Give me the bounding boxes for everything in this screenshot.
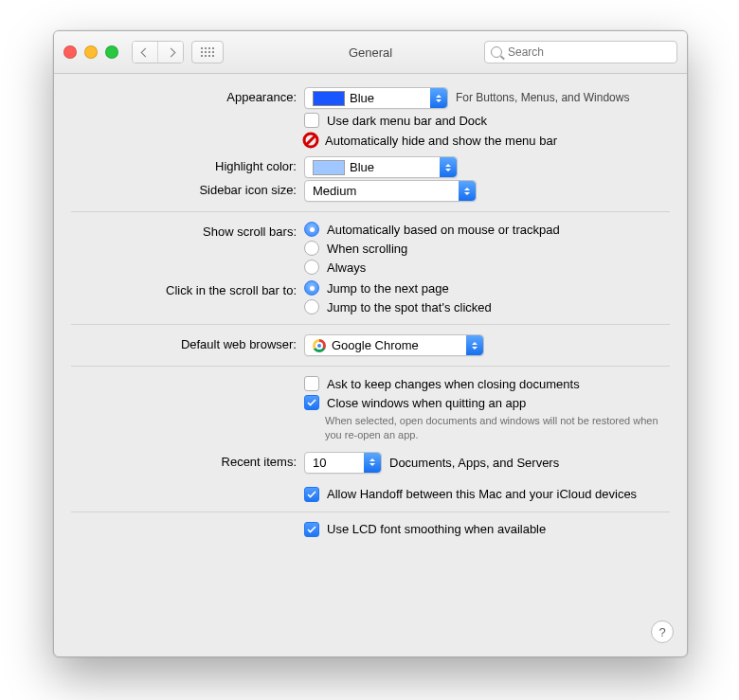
scrollclick-spot-label: Jump to the spot that's clicked [327, 300, 492, 314]
chevron-right-icon [166, 47, 175, 57]
scrollbars-auto-row[interactable]: Automatically based on mouse or trackpad [304, 222, 670, 237]
forward-button[interactable] [158, 42, 183, 63]
divider [71, 324, 670, 325]
svg-line-1 [306, 135, 315, 145]
scrollbars-always-row[interactable]: Always [304, 260, 670, 275]
auto-hide-label: Automatically hide and show the menu bar [325, 134, 557, 148]
scrollbars-auto-radio[interactable] [304, 222, 319, 237]
recent-items-note: Documents, Apps, and Servers [389, 456, 559, 470]
help-icon: ? [658, 625, 665, 639]
handoff-row[interactable]: Allow Handoff between this Mac and your … [304, 487, 670, 502]
scrollbars-always-radio[interactable] [304, 260, 319, 275]
appearance-label: Appearance: [71, 87, 304, 104]
close-icon[interactable] [63, 45, 77, 59]
dark-menu-label: Use dark menu bar and Dock [327, 114, 487, 128]
auto-hide-row[interactable]: Automatically hide and show the menu bar [304, 132, 670, 149]
scrollbars-auto-label: Automatically based on mouse or trackpad [327, 223, 560, 237]
recent-items-popup[interactable]: 10 [304, 452, 382, 474]
divider [71, 512, 670, 512]
divider [71, 211, 670, 212]
highlight-value: Blue [350, 160, 374, 174]
chevron-up-down-icon [364, 453, 381, 473]
scrollclick-next-row[interactable]: Jump to the next page [304, 280, 670, 296]
sidebar-size-value: Medium [313, 184, 356, 198]
prohibit-icon [302, 132, 319, 149]
scrollclick-spot-radio[interactable] [304, 299, 319, 314]
titlebar: General [54, 31, 687, 74]
ask-changes-row[interactable]: Ask to keep changes when closing documen… [304, 376, 670, 391]
preferences-window: General Appearance: Blue For Buttons, Me… [53, 30, 688, 657]
grid-icon [201, 47, 214, 57]
appearance-popup[interactable]: Blue [304, 87, 448, 109]
close-windows-row[interactable]: Close windows when quitting an app [304, 395, 670, 410]
scrollclick-spot-row[interactable]: Jump to the spot that's clicked [304, 299, 670, 314]
handoff-checkbox[interactable] [304, 487, 319, 502]
chevron-up-down-icon [459, 181, 476, 201]
scrollbars-scrolling-row[interactable]: When scrolling [304, 241, 670, 256]
close-windows-label: Close windows when quitting an app [327, 396, 526, 410]
scrollclick-next-label: Jump to the next page [327, 281, 449, 296]
chevron-up-down-icon [440, 157, 457, 177]
browser-label: Default web browser: [71, 334, 304, 351]
zoom-icon[interactable] [105, 45, 118, 59]
highlight-popup[interactable]: Blue [304, 156, 458, 178]
appearance-note: For Buttons, Menus, and Windows [456, 90, 629, 105]
browser-popup[interactable]: Google Chrome [304, 334, 484, 356]
back-button[interactable] [133, 42, 158, 63]
chevron-up-down-icon [430, 88, 447, 108]
sidebar-size-popup[interactable]: Medium [304, 180, 477, 202]
close-windows-note: When selected, open documents and window… [304, 414, 666, 442]
lcd-smoothing-label: Use LCD font smoothing when available [327, 522, 546, 536]
appearance-value: Blue [350, 91, 374, 105]
chevron-up-down-icon [466, 335, 483, 355]
color-swatch-icon [313, 91, 345, 106]
scrollbars-scrolling-label: When scrolling [327, 242, 407, 256]
handoff-label: Allow Handoff between this Mac and your … [327, 487, 637, 501]
close-windows-checkbox[interactable] [304, 395, 319, 410]
lcd-smoothing-checkbox[interactable] [304, 522, 319, 537]
recent-items-label: Recent items: [71, 452, 304, 469]
help-button[interactable]: ? [651, 620, 674, 643]
recent-items-value: 10 [313, 456, 326, 470]
form-body: Appearance: Blue For Buttons, Menus, and… [54, 74, 687, 552]
scrollbars-label: Show scroll bars: [71, 222, 304, 239]
minimize-icon[interactable] [84, 45, 98, 59]
dark-menu-row[interactable]: Use dark menu bar and Dock [304, 113, 670, 128]
search-icon [491, 46, 502, 58]
scrollclick-next-radio[interactable] [304, 280, 319, 296]
search-input[interactable] [506, 45, 671, 60]
dark-menu-checkbox[interactable] [304, 113, 319, 128]
scrollbars-scrolling-radio[interactable] [304, 241, 319, 256]
chevron-left-icon [140, 47, 150, 57]
show-all-button[interactable] [191, 41, 224, 63]
ask-changes-checkbox[interactable] [304, 376, 319, 391]
browser-value: Google Chrome [332, 338, 419, 352]
scrollbars-always-label: Always [327, 260, 366, 275]
nav-buttons [132, 41, 184, 63]
scrollclick-label: Click in the scroll bar to: [71, 280, 304, 297]
ask-changes-label: Ask to keep changes when closing documen… [327, 377, 580, 391]
color-swatch-icon [313, 160, 345, 175]
search-field[interactable] [484, 41, 677, 63]
divider [71, 366, 670, 367]
highlight-label: Highlight color: [71, 156, 304, 173]
traffic-lights [63, 45, 118, 59]
chrome-icon [313, 339, 326, 352]
lcd-smoothing-row[interactable]: Use LCD font smoothing when available [304, 522, 670, 537]
sidebar-size-label: Sidebar icon size: [71, 180, 304, 197]
